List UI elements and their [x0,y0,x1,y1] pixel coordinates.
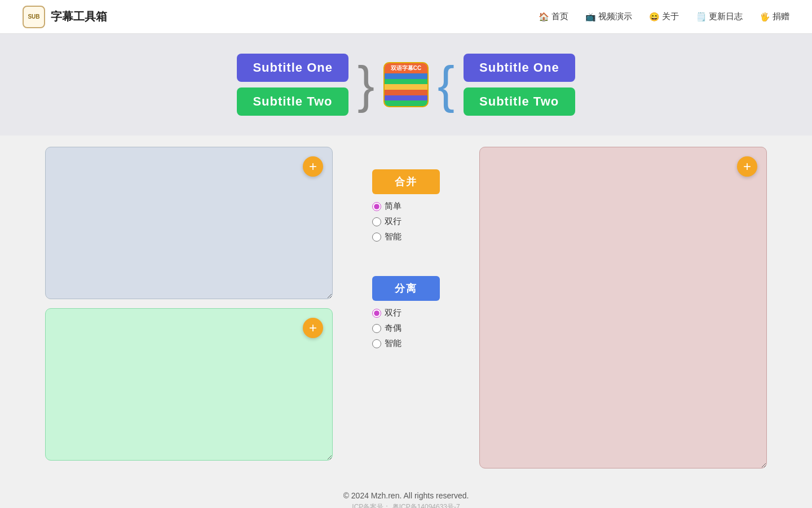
cc-stripes [385,73,427,106]
app-title: 字幕工具箱 [51,9,107,24]
nav: 🏠 首页 📺 视频演示 😄 关于 🗒️ 更新日志 🖐️ 捐赠 [539,11,789,22]
hero-content: Subtitle One Subtitle Two } 双语字幕CC { Sub… [237,54,575,116]
merge-radio-double[interactable] [372,217,381,226]
stripe-1 [385,73,427,79]
changelog-emoji: 🗒️ [696,12,707,22]
logo-area: SUB 字幕工具箱 [23,6,107,28]
logo-icon: SUB [23,6,45,28]
left-brace: } [358,59,374,110]
add-bottom-left-button[interactable]: + [303,318,323,338]
donate-emoji: 🖐️ [760,12,770,22]
split-radio-double[interactable] [372,309,381,318]
split-option-double[interactable]: 双行 [372,308,401,318]
about-emoji: 😄 [649,12,660,22]
stripe-2 [385,79,427,85]
split-button[interactable]: 分离 [372,276,440,301]
merge-section: 合并 简单 双行 智能 [372,169,440,242]
video-emoji: 📺 [585,12,596,22]
bottom-left-panel[interactable]: + [45,308,333,461]
right-subtitle-group: Subtitle One Subtitle Two [464,54,575,116]
split-option-odd-even[interactable]: 奇偶 [372,323,401,334]
icp-text: ICP备案号： 粤ICP备14094633号-7 [0,502,812,508]
nav-home[interactable]: 🏠 首页 [539,11,568,22]
split-radio-odd-even[interactable] [372,324,381,333]
split-section: 分离 双行 奇偶 智能 [372,276,440,349]
nav-changelog[interactable]: 🗒️ 更新日志 [696,11,743,22]
left-subtitle-one: Subtitle One [237,54,348,82]
merge-option-double[interactable]: 双行 [372,216,401,227]
main-content: + + 合并 简单 双行 智能 [0,135,812,480]
merge-button[interactable]: 合并 [372,169,440,194]
left-subtitle-group: Subtitle One Subtitle Two [237,54,348,116]
hero-banner: Subtitle One Subtitle Two } 双语字幕CC { Sub… [0,34,812,135]
stripe-3 [385,84,427,90]
stripe-6 [385,100,427,106]
cc-icon: 双语字幕CC [383,62,429,107]
stripe-5 [385,95,427,101]
left-panels: + + [45,147,333,461]
add-top-left-button[interactable]: + [303,156,323,177]
right-panel[interactable]: + [479,147,767,468]
cc-label-text: 双语字幕CC [385,63,427,73]
right-brace: { [438,59,454,110]
footer: © 2024 Mzh.ren. All rights reserved. ICP… [0,480,812,508]
merge-option-smart[interactable]: 智能 [372,231,401,242]
top-left-panel[interactable]: + [45,147,333,299]
right-subtitle-two: Subtitle Two [464,87,575,116]
stripe-4 [385,90,427,95]
split-options: 双行 奇偶 智能 [372,308,401,349]
nav-about[interactable]: 😄 关于 [649,11,679,22]
home-emoji: 🏠 [539,12,549,22]
nav-video[interactable]: 📺 视频演示 [585,11,632,22]
copyright-text: © 2024 Mzh.ren. All rights reserved. [0,491,812,500]
header: SUB 字幕工具箱 🏠 首页 📺 视频演示 😄 关于 🗒️ 更新日志 🖐️ 捐赠 [0,0,812,34]
nav-donate[interactable]: 🖐️ 捐赠 [760,11,789,22]
merge-radio-simple[interactable] [372,202,381,211]
split-radio-smart[interactable] [372,339,381,348]
add-right-button[interactable]: + [737,156,757,177]
left-subtitle-two: Subtitle Two [237,87,348,116]
merge-options: 简单 双行 智能 [372,201,401,242]
merge-radio-smart[interactable] [372,233,381,242]
middle-controls: 合并 简单 双行 智能 分离 [350,147,462,349]
split-option-smart[interactable]: 智能 [372,338,401,349]
merge-option-simple[interactable]: 简单 [372,201,401,212]
right-subtitle-one: Subtitle One [464,54,575,82]
